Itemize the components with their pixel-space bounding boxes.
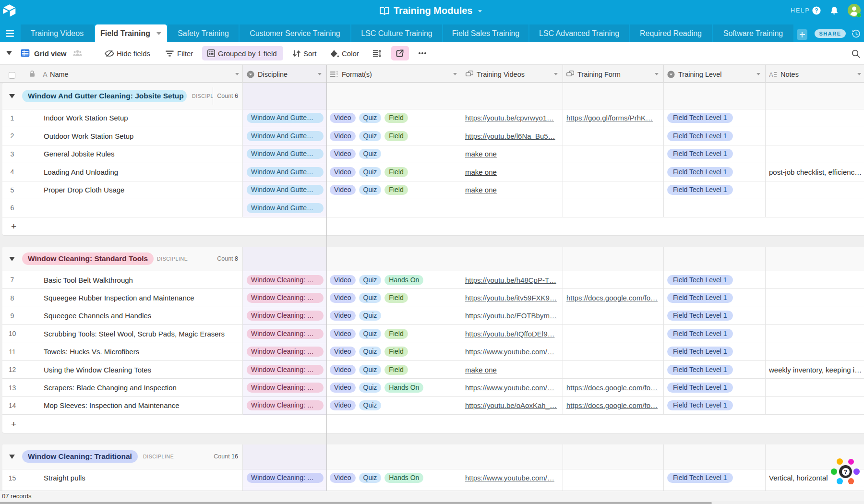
svg-text:A: A <box>769 72 773 78</box>
svg-text:?: ? <box>815 7 818 14</box>
svg-text:A: A <box>43 71 48 78</box>
